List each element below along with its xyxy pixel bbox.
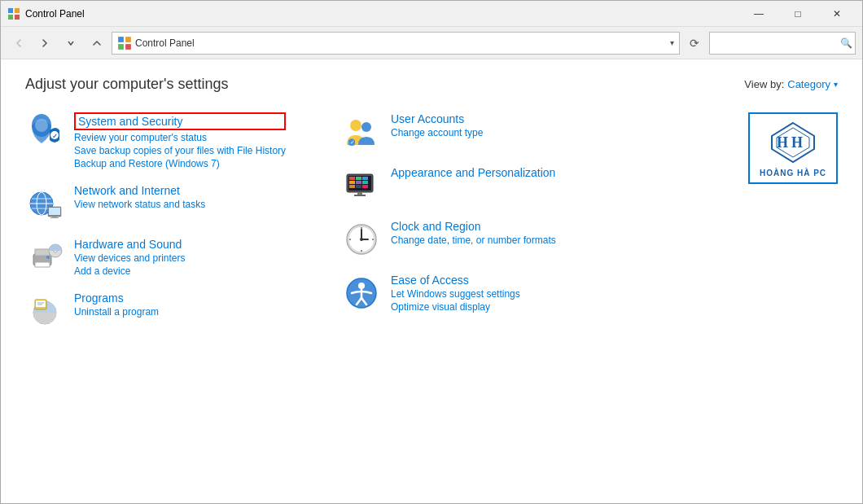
network-internet-content: Network and Internet View network status…: [74, 184, 205, 210]
titlebar-controls: — □ ✕: [740, 1, 856, 27]
category-hardware-sound: Hardware and Sound View devices and prin…: [25, 238, 342, 277]
address-bar-icon: [117, 36, 132, 50]
category-user-accounts: ✓ User Accounts Change account type: [342, 112, 659, 151]
hardware-sound-content: Hardware and Sound View devices and prin…: [74, 238, 186, 277]
change-datetime-link[interactable]: Change date, time, or number formats: [391, 234, 556, 246]
svg-rect-45: [356, 185, 361, 188]
svg-rect-18: [49, 208, 60, 215]
clock-region-title[interactable]: Clock and Region: [391, 220, 556, 233]
category-system-security: ✓ System and Security Review your comput…: [25, 112, 342, 169]
programs-title[interactable]: Programs: [74, 291, 159, 305]
svg-rect-48: [354, 195, 366, 196]
address-text: Control Panel: [135, 37, 667, 49]
viewby-control: View by: Category ▾: [744, 78, 838, 90]
viewby-label: View by:: [744, 78, 784, 90]
minimize-button[interactable]: —: [740, 1, 778, 27]
svg-rect-1: [15, 8, 20, 13]
category-network-internet: Network and Internet View network status…: [25, 184, 342, 223]
forward-button[interactable]: [33, 32, 56, 55]
appearance-content: Appearance and Personalization: [391, 166, 555, 179]
svg-rect-6: [118, 44, 124, 50]
view-devices-link[interactable]: View devices and printers: [74, 252, 186, 264]
svg-rect-22: [35, 249, 50, 256]
svg-point-34: [361, 122, 371, 132]
search-icon: 🔍: [840, 37, 852, 49]
user-accounts-icon: ✓: [342, 112, 381, 151]
hardware-sound-icon: [25, 238, 64, 277]
svg-text:✓: ✓: [52, 133, 58, 140]
svg-rect-5: [125, 37, 131, 42]
svg-point-9: [35, 119, 48, 132]
category-ease-access: Ease of Access Let Windows suggest setti…: [342, 274, 659, 313]
svg-point-33: [350, 120, 361, 131]
left-categories: ✓ System and Security Review your comput…: [25, 112, 342, 331]
programs-icon: [25, 291, 64, 331]
category-clock-region: Clock and Region Change date, time, or n…: [342, 220, 659, 259]
content-area: Adjust your computer's settings View by:…: [1, 59, 862, 503]
svg-rect-38: [349, 177, 355, 180]
svg-rect-42: [356, 181, 361, 184]
svg-rect-7: [125, 44, 131, 50]
hoang-ha-logo: H H HOÀNG HÀ PC: [748, 112, 838, 184]
review-status-link[interactable]: Review your computer's status: [74, 132, 286, 143]
titlebar-icon: [7, 7, 20, 20]
dropdown-button[interactable]: [59, 32, 82, 55]
svg-rect-23: [35, 262, 50, 267]
svg-rect-39: [356, 177, 361, 180]
viewby-chevron-icon[interactable]: ▾: [834, 80, 838, 89]
optimize-display-link[interactable]: Optimize visual display: [391, 301, 520, 313]
network-internet-title[interactable]: Network and Internet: [74, 184, 205, 197]
viewby-value[interactable]: Category: [787, 78, 830, 90]
logo-diamond-svg: H H: [769, 120, 817, 165]
svg-rect-40: [362, 177, 368, 180]
navbar: Control Panel ▾ ⟳ 🔍: [1, 27, 862, 59]
uninstall-link[interactable]: Uninstall a program: [74, 306, 159, 318]
categories-grid: ✓ System and Security Review your comput…: [25, 112, 838, 331]
back-button[interactable]: [7, 32, 30, 55]
user-accounts-content: User Accounts Change account type: [391, 112, 483, 138]
content-header: Adjust your computer's settings View by:…: [25, 76, 838, 93]
system-security-title[interactable]: System and Security: [74, 112, 286, 130]
view-network-link[interactable]: View network status and tasks: [74, 199, 205, 210]
appearance-title[interactable]: Appearance and Personalization: [391, 166, 555, 179]
maximize-button[interactable]: □: [779, 1, 817, 27]
svg-text:H: H: [791, 134, 803, 151]
appearance-icon: [342, 166, 381, 205]
svg-point-24: [46, 256, 50, 259]
backup-copies-link[interactable]: Save backup copies of your files with Fi…: [74, 145, 286, 156]
user-accounts-title[interactable]: User Accounts: [391, 112, 483, 125]
svg-text:✓: ✓: [350, 139, 355, 145]
add-device-link[interactable]: Add a device: [74, 265, 186, 277]
svg-rect-41: [349, 181, 355, 184]
clock-region-content: Clock and Region Change date, time, or n…: [391, 220, 556, 246]
window: Control Panel — □ ✕ Contro: [0, 0, 863, 504]
category-appearance: Appearance and Personalization: [342, 166, 659, 205]
search-bar[interactable]: 🔍: [709, 32, 856, 55]
svg-rect-43: [362, 181, 368, 184]
ease-access-icon: [342, 274, 381, 313]
svg-rect-46: [362, 185, 368, 188]
change-account-link[interactable]: Change account type: [391, 127, 483, 138]
svg-point-53: [360, 238, 363, 241]
svg-rect-30: [36, 300, 46, 307]
clock-region-icon: [342, 220, 381, 259]
search-input[interactable]: [715, 37, 837, 49]
svg-rect-20: [50, 217, 59, 218]
svg-rect-4: [118, 37, 124, 42]
system-security-content: System and Security Review your computer…: [74, 112, 286, 169]
address-dropdown-icon[interactable]: ▾: [670, 38, 674, 47]
windows-suggest-link[interactable]: Let Windows suggest settings: [391, 288, 520, 300]
ease-access-title[interactable]: Ease of Access: [391, 274, 520, 287]
address-bar[interactable]: Control Panel ▾: [112, 32, 680, 55]
page-title: Adjust your computer's settings: [25, 76, 229, 93]
refresh-button[interactable]: ⟳: [683, 32, 706, 55]
svg-rect-44: [349, 185, 355, 188]
svg-rect-2: [8, 15, 13, 20]
backup-restore-link[interactable]: Backup and Restore (Windows 7): [74, 158, 286, 169]
svg-text:H: H: [777, 134, 788, 151]
hardware-sound-title[interactable]: Hardware and Sound: [74, 238, 186, 251]
svg-rect-3: [15, 15, 20, 20]
up-button[interactable]: [85, 32, 108, 55]
ease-access-content: Ease of Access Let Windows suggest setti…: [391, 274, 520, 313]
close-button[interactable]: ✕: [818, 1, 856, 27]
